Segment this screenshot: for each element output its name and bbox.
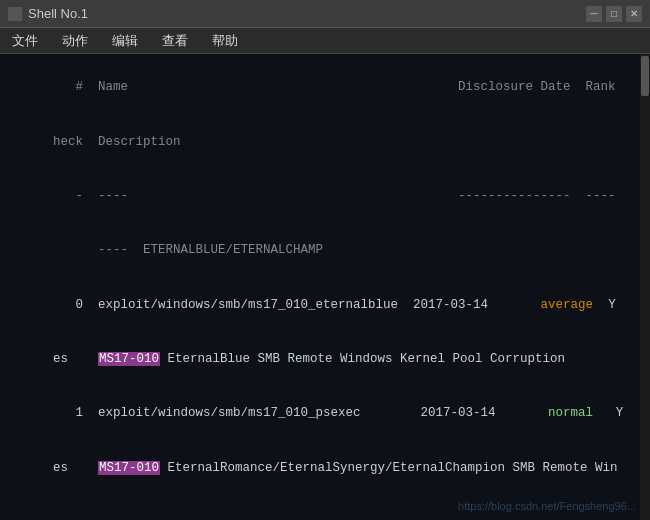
terminal-line: 0 exploit/windows/smb/ms17_010_eternalbl… [8,278,630,332]
menu-file[interactable]: 文件 [8,30,42,52]
close-button[interactable]: ✕ [626,6,642,22]
app-icon [8,7,22,21]
watermark: https://blog.csdn.net/Fengsheng96... [458,500,636,512]
terminal-content: # Name Disclosure Date Rank C heck Descr… [8,60,630,514]
minimize-button[interactable]: ─ [586,6,602,22]
terminal-line: es MS17-010 EternalBlue SMB Remote Windo… [8,332,630,386]
menu-bar: 文件 动作 编辑 查看 帮助 [0,28,650,54]
scrollbar-thumb[interactable] [641,56,649,96]
terminal-line: ---- ETERNALBLUE/ETERNALCHAMP [8,223,630,277]
menu-edit[interactable]: 编辑 [108,30,142,52]
menu-view[interactable]: 查看 [158,30,192,52]
terminal-line: es MS17-010 EternalRomance/EternalSynerg… [8,441,630,495]
scrollbar[interactable] [640,54,650,520]
title-bar: Shell No.1 ─ □ ✕ [0,0,650,28]
terminal-line: # Name Disclosure Date Rank C [8,60,630,114]
title-bar-left: Shell No.1 [8,6,88,21]
maximize-button[interactable]: □ [606,6,622,22]
window-title: Shell No.1 [28,6,88,21]
terminal-line: 1 exploit/windows/smb/ms17_010_psexec 20… [8,386,630,440]
menu-action[interactable]: 动作 [58,30,92,52]
menu-help[interactable]: 帮助 [208,30,242,52]
window-controls[interactable]: ─ □ ✕ [586,6,642,22]
terminal-line: - ---- --------------- ---- - [8,169,630,223]
terminal-line: heck Description [8,114,630,168]
terminal[interactable]: # Name Disclosure Date Rank C heck Descr… [0,54,650,520]
